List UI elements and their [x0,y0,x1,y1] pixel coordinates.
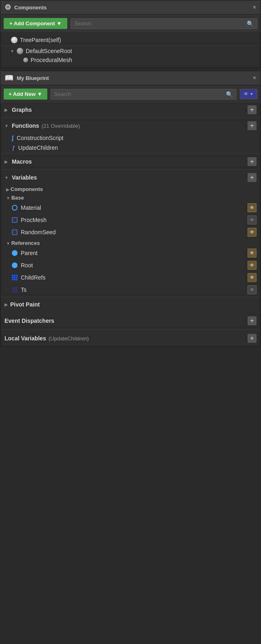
sphere-icon-treeparent [11,37,18,43]
blueprint-search-icon: 🔍 [226,91,233,98]
var-group-components[interactable]: ▶ Components [0,184,261,193]
pivot-paint-title: ▶ Pivot Paint [4,301,40,308]
event-dispatchers-label: Event Dispatchers [4,318,54,324]
tree-label-proceduralmesh: ProceduralMesh [31,57,72,63]
local-variables-section[interactable]: Local Variables (UpdateChildren) + [0,331,261,346]
func-item-updatechildren[interactable]: ƒ UpdateChildren [0,143,261,153]
components-search-input[interactable] [74,20,244,27]
blueprint-search-box: 🔍 [51,89,237,100]
blueprint-search-input[interactable] [54,91,223,97]
functions-label: Functions [12,122,39,129]
var-item-procmesh[interactable]: ProcMesh 👁 [0,214,261,226]
var-item-childrefs[interactable]: ChildRefs 👁 [0,271,261,284]
var-label-childrefs: ChildRefs [21,274,46,281]
variables-section-title: Variables [4,174,37,181]
childrefs-grid-icon [12,275,18,280]
var-group-references[interactable]: ▼ References [0,238,261,247]
var-item-parent-left: Parent [12,250,38,256]
ts-grid-icon [12,287,18,293]
add-new-button[interactable]: + Add New ▼ [4,89,47,100]
root-eye-button[interactable]: 👁 [248,261,257,270]
childrefs-eye-button[interactable]: 👁 [248,273,257,282]
var-item-material-left: Material [12,204,41,211]
functions-section-title: Functions (21 Overridable) [4,122,80,129]
components-tree: TreeParent(self) ▼ DefaultSceneRoot Proc… [0,32,261,68]
tree-item-proceduralmesh[interactable]: ProceduralMesh [0,56,261,64]
macros-label: Macros [12,158,32,165]
var-label-material: Material [21,204,41,211]
macros-add-button[interactable]: + [248,157,257,166]
var-group-components-label: Components [11,186,43,192]
graphs-add-button[interactable]: + [248,105,257,114]
var-item-randomseed-left: RandomSeed [12,229,56,235]
components-panel-title: ⚙ Components [4,3,46,12]
update-children-icon: ƒ [12,144,15,151]
graphs-label: Graphs [12,107,32,113]
randomseed-eye-button[interactable]: 👁 [248,228,257,237]
components-icon: ⚙ [4,3,11,12]
var-label-ts: Ts [21,286,27,293]
blueprint-panel: 📖 My Blueprint ✕ + Add New ▼ 🔍 👁 ▼ Graph… [0,71,261,346]
components-panel-header: ⚙ Components ✕ [0,0,261,15]
event-dispatchers-add-button[interactable]: + [248,316,257,325]
var-label-root: Root [21,262,33,269]
var-item-childrefs-left: ChildRefs [12,274,46,281]
tree-item-defaultsceneroot[interactable]: ▼ DefaultSceneRoot [0,47,261,56]
blueprint-toolbar: + Add New ▼ 🔍 👁 ▼ [0,85,261,103]
add-component-button[interactable]: + Add Component ▼ [4,18,67,29]
functions-add-button[interactable]: + [248,121,257,130]
macros-section-header[interactable]: Macros + [0,155,261,169]
var-item-root[interactable]: Root 👁 [0,259,261,271]
var-item-procmesh-left: ProcMesh [12,217,46,223]
local-variables-title: Local Variables (UpdateChildren) [4,335,89,342]
functions-section-header[interactable]: Functions (21 Overridable) + [0,119,261,133]
functions-subtitle: (21 Overridable) [42,123,80,129]
ts-eye-button[interactable]: 👁 [248,285,257,294]
tree-label-defaultsceneroot: DefaultSceneRoot [26,48,72,54]
graphs-section-title: Graphs [4,107,32,113]
variables-add-button[interactable]: + [248,173,257,182]
var-item-ts-left: Ts [12,286,27,293]
var-item-parent[interactable]: Parent 👁 [0,247,261,259]
macros-section-title: Macros [4,158,32,165]
var-item-material[interactable]: Material 👁 [0,202,261,214]
blueprint-close-button[interactable]: ✕ [252,75,257,81]
construction-script-icon: ∫ [12,134,13,141]
procmesh-eye-button[interactable]: 👁 [248,215,257,224]
material-eye-button[interactable]: 👁 [248,203,257,212]
var-group-base-label: Base [11,195,24,201]
var-group-base[interactable]: ▼ Base [0,193,261,202]
var-label-procmesh: ProcMesh [21,217,46,223]
blueprint-icon: 📖 [4,73,13,82]
eye-visibility-button[interactable]: 👁 ▼ [240,89,257,99]
macros-section-arrow [4,160,9,164]
var-group-references-label: References [11,240,40,246]
event-dispatchers-title: Event Dispatchers [4,318,54,324]
eye-icon: 👁 [243,91,249,97]
var-group-components-arrow: ▶ [6,187,11,192]
event-dispatchers-section[interactable]: Event Dispatchers + [0,313,261,329]
root-dot-icon [12,262,18,268]
var-item-root-left: Root [12,262,33,269]
var-item-ts[interactable]: Ts 👁 [0,284,261,296]
func-label-constructionscript: ConstructionScript [17,135,63,141]
components-close-button[interactable]: ✕ [252,4,257,10]
parent-dot-icon [12,250,18,256]
pivot-paint-label: Pivot Paint [10,301,40,308]
parent-eye-button[interactable]: 👁 [248,249,257,258]
graphs-section-arrow [4,108,9,112]
graphs-section-header[interactable]: Graphs + [0,103,261,117]
blueprint-title-text: My Blueprint [17,75,49,81]
local-variables-subtitle: (UpdateChildren) [49,335,89,342]
func-item-constructionscript[interactable]: ∫ ConstructionScript [0,133,261,143]
var-item-randomseed[interactable]: RandomSeed 👁 [0,226,261,238]
tree-item-treeparent[interactable]: TreeParent(self) [0,36,261,44]
variables-section-header[interactable]: Variables + [0,171,261,184]
local-variables-add-button[interactable]: + [248,334,257,343]
tree-label-treeparent: TreeParent(self) [20,37,61,43]
components-toolbar: + Add Component ▼ 🔍 [0,15,261,32]
pivot-paint-section[interactable]: ▶ Pivot Paint [0,298,261,311]
material-dot-icon [12,205,18,211]
local-variables-label: Local Variables [4,335,46,342]
gear-sphere-icon-proceduralmesh [23,58,28,62]
